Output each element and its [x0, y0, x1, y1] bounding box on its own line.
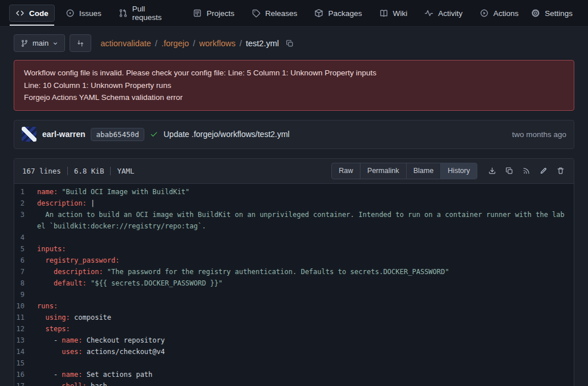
line-number[interactable]: 1 [14, 186, 37, 198]
code-line: 6 registry_password: [14, 255, 574, 266]
tab-packages[interactable]: Packages [308, 5, 368, 22]
line-number[interactable]: 14 [14, 346, 37, 357]
line-number[interactable]: 8 [14, 278, 37, 289]
code-text [37, 232, 574, 243]
commit-message[interactable]: Update .forgejo/workflows/test2.yml [164, 130, 290, 139]
permalink-button[interactable]: Permalink [360, 163, 407, 179]
error-line: Workflow config file is invalid. Please … [24, 67, 564, 79]
code-text [37, 289, 574, 300]
file-view: 167 lines 6.8 KiB YAML Raw Permalink Bla… [14, 158, 574, 386]
tab-code[interactable]: Code [9, 5, 55, 22]
copy-icon [505, 167, 513, 175]
file-actions: Raw Permalink Blame History [331, 163, 568, 179]
code-line: 10runs: [14, 300, 574, 312]
breadcrumb-dir-forgejo[interactable]: .forgejo [161, 39, 189, 48]
pencil-icon [540, 167, 548, 175]
line-number[interactable]: 17 [14, 380, 37, 386]
tab-label: Wiki [393, 9, 408, 18]
line-number[interactable]: 5 [14, 243, 37, 255]
chevron-down-icon [52, 41, 58, 46]
code-line: 15 [14, 357, 574, 369]
tab-actions[interactable]: Actions [473, 5, 525, 22]
blame-button[interactable]: Blame [406, 163, 441, 179]
compare-button[interactable] [70, 34, 91, 52]
tab-pull-requests[interactable]: Pull requests [112, 1, 183, 26]
code-line: 8 default: "${{ secrets.DOCKER_PASSWORD … [14, 278, 574, 289]
file-size: 6.8 KiB [67, 167, 111, 175]
raw-button[interactable]: Raw [331, 163, 360, 179]
code-line: 3 An action to build an OCI image with B… [14, 209, 574, 232]
copy-path-button[interactable] [285, 38, 295, 49]
line-number[interactable]: 11 [14, 312, 37, 323]
issues-icon [66, 9, 75, 18]
download-icon [488, 167, 496, 175]
latest-commit-bar: earl-warren abab65450d Update .forgejo/w… [14, 120, 574, 149]
copy-icon [286, 39, 294, 47]
tab-label: Pull requests [132, 5, 176, 22]
tab-releases[interactable]: Releases [245, 5, 303, 22]
line-number[interactable]: 13 [14, 335, 37, 346]
line-number[interactable]: 15 [14, 357, 37, 369]
wiki-icon [379, 9, 388, 18]
packages-icon [314, 9, 323, 18]
line-number[interactable]: 10 [14, 300, 37, 312]
breadcrumb-separator: / [193, 39, 195, 48]
copy-content-button[interactable] [501, 163, 517, 179]
commit-sha-badge[interactable]: abab65450d [91, 128, 144, 141]
edit-button[interactable] [536, 163, 551, 179]
tab-issues[interactable]: Issues [59, 5, 108, 22]
tab-label: Projects [206, 9, 234, 18]
actions-icon [480, 9, 489, 18]
commit-author[interactable]: earl-warren [42, 130, 85, 139]
breadcrumb: actionvalidate / .forgejo / workflows / … [100, 38, 295, 49]
line-number[interactable]: 16 [14, 369, 37, 380]
line-number[interactable]: 6 [14, 255, 37, 266]
code-line: 14 uses: actions/checkout@v4 [14, 346, 574, 357]
download-button[interactable] [484, 163, 500, 179]
code-text: runs: [37, 300, 574, 312]
code-text: steps: [37, 323, 574, 335]
commit-time: two months ago [512, 130, 566, 139]
tab-label: Actions [493, 9, 518, 18]
tab-label: Releases [265, 9, 297, 18]
tab-label: Activity [438, 9, 463, 18]
tab-label: Packages [328, 9, 362, 18]
code-text: inputs: [37, 243, 574, 255]
code-text: name: "Build OCI Image with BuildKit" [37, 186, 574, 198]
commit-status-success-icon[interactable] [150, 130, 158, 138]
code-text: - name: Set actions path [37, 369, 574, 380]
line-number[interactable]: 2 [14, 198, 37, 209]
code-text: An action to build an OCI image with Bui… [37, 209, 574, 232]
tab-label: Issues [79, 9, 102, 18]
tab-settings[interactable]: Settings [525, 5, 579, 22]
tab-projects[interactable]: Projects [186, 5, 241, 22]
delete-button[interactable] [553, 163, 568, 179]
tab-wiki[interactable]: Wiki [373, 5, 414, 22]
tab-activity[interactable]: Activity [418, 5, 469, 22]
repo-nav-tabs: Code Issues Pull requests Projects Relea… [9, 1, 525, 26]
tab-label: Settings [545, 9, 573, 18]
avatar[interactable] [22, 127, 37, 142]
line-number[interactable]: 3 [14, 209, 37, 232]
line-number[interactable]: 7 [14, 266, 37, 278]
pull-request-icon [119, 9, 128, 18]
code-line: 11 using: composite [14, 312, 574, 323]
releases-icon [252, 9, 261, 18]
line-number[interactable]: 9 [14, 289, 37, 300]
code-line: 9 [14, 289, 574, 300]
branch-bar: main actionvalidate / .forgejo / workflo… [14, 34, 574, 52]
code-line: 2description: | [14, 198, 574, 209]
code-line: 12 steps: [14, 323, 574, 335]
repo-nav: Code Issues Pull requests Projects Relea… [0, 0, 588, 27]
code-text: description: "The password for the regis… [37, 266, 574, 278]
rss-button[interactable] [518, 163, 534, 179]
code-text: default: "${{ secrets.DOCKER_PASSWORD }}… [37, 278, 574, 289]
breadcrumb-repo[interactable]: actionvalidate [100, 39, 151, 48]
code-text: - name: Checkout repository [37, 335, 574, 346]
gear-icon [531, 9, 540, 18]
history-button[interactable]: History [440, 163, 477, 179]
line-number[interactable]: 4 [14, 232, 37, 243]
breadcrumb-dir-workflows[interactable]: workflows [199, 39, 236, 48]
branch-select-button[interactable]: main [14, 34, 65, 52]
line-number[interactable]: 12 [14, 323, 37, 335]
